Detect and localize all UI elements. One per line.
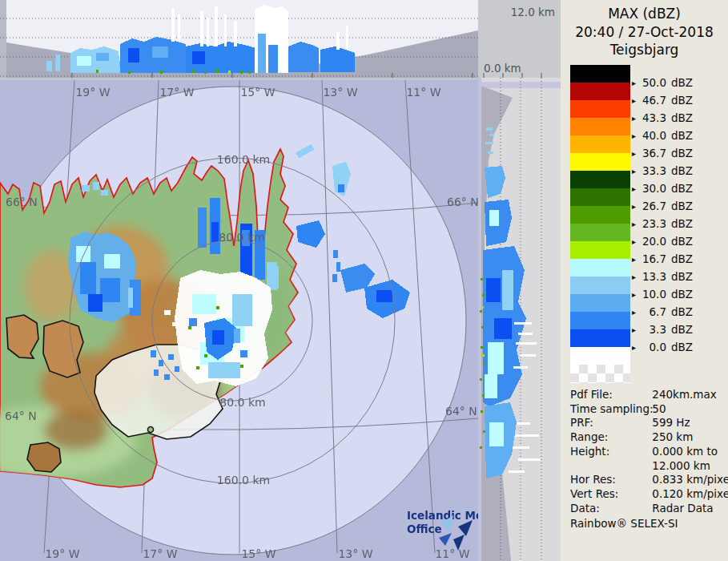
radar-map-panel: 19° W 17° W 15° W 13° W 11° W 19° W 17° …	[0, 78, 478, 561]
metadata-value: 599 Hz	[652, 416, 690, 429]
profile-axis-corner: 12.0 km 0.0 km	[478, 0, 561, 78]
level-value: 50.0	[640, 76, 666, 89]
level-value: 30.0	[640, 182, 666, 195]
imo-logo-text-1: Icelandic Met	[407, 509, 478, 522]
scale-label-row: ▸ 40.0 dBZ	[632, 127, 693, 144]
metadata-row: 12.000 km	[570, 459, 726, 474]
level-arrow-icon: ▸	[632, 308, 640, 317]
legend-panel: MAX (dBZ) 20:40 / 27-Oct-2018 Teigsbjarg	[561, 0, 728, 561]
metadata-value: 240km.max	[652, 388, 716, 401]
scale-label-row: ▸ 33.3 dBZ	[632, 162, 693, 180]
lat-label-right: 66° N	[447, 196, 478, 208]
level-value: 36.7	[640, 147, 666, 159]
metadata-label: Hor Res:	[570, 473, 649, 487]
level-arrow-icon: ▸	[632, 290, 640, 299]
level-value: 43.3	[640, 111, 666, 124]
level-unit: dBZ	[671, 217, 693, 230]
level-value: 20.0	[640, 235, 666, 248]
level-value: 40.0	[640, 129, 666, 142]
level-value: 16.7	[640, 252, 666, 265]
level-arrow-icon: ▸	[632, 79, 640, 87]
level-unit: dBZ	[671, 76, 693, 89]
lat-label-left: 64° N	[5, 410, 37, 422]
level-arrow-icon: ▸	[632, 96, 640, 105]
metadata-label: Time sampling:	[570, 402, 649, 417]
metadata-row: Data: Radar Data	[570, 502, 726, 516]
lon-label-bottom: 13° W	[338, 547, 372, 560]
color-band	[570, 100, 630, 118]
level-arrow-icon: ▸	[632, 202, 640, 211]
island-vestmannaeyjar	[148, 427, 154, 433]
level-value: 46.7	[640, 94, 666, 107]
level-arrow-icon: ▸	[632, 184, 640, 193]
product-datetime: 20:40 / 27-Oct-2018	[561, 23, 728, 42]
lon-label-top: 19° W	[75, 86, 110, 99]
radar-map-graphic: 19° W 17° W 15° W 13° W 11° W 19° W 17° …	[0, 78, 478, 561]
color-band	[570, 65, 630, 83]
imo-logo-text-2: Office	[407, 523, 442, 535]
color-band	[570, 83, 630, 100]
scale-label-row: ▸ 30.0 dBZ	[632, 180, 693, 197]
level-unit: dBZ	[671, 129, 693, 142]
level-value: 3.3	[640, 323, 666, 336]
level-unit: dBZ	[671, 182, 693, 195]
metadata-value: 0.120 km/pixel	[652, 487, 728, 500]
color-band	[570, 329, 630, 347]
level-arrow-icon: ▸	[632, 255, 640, 264]
level-value: 13.3	[640, 270, 666, 283]
scale-label-row: ▸ 10.0 dBZ	[632, 285, 693, 303]
metadata-row: Time sampling: 50	[570, 402, 726, 417]
metadata-row: Vert Res: 0.120 km/pixel	[570, 487, 726, 502]
level-value: 0.0	[640, 341, 666, 353]
lat-label-left: 66° N	[6, 196, 38, 208]
color-band	[570, 206, 630, 224]
color-band	[570, 118, 630, 135]
color-band	[570, 347, 630, 365]
ring-label-80-top: 80.0 km	[219, 231, 264, 244]
color-scale-labels: ▸ 50.0 dBZ ▸ 46.7 dBZ ▸ 43.3 dBZ ▸	[632, 74, 693, 356]
station-name: Teigsbjarg	[561, 41, 728, 59]
metadata-row: Pdf File: 240km.max	[570, 388, 726, 402]
level-unit: dBZ	[671, 164, 693, 177]
profile-left-margin	[0, 0, 6, 78]
product-title: MAX (dBZ)	[561, 5, 728, 23]
color-band	[570, 312, 630, 329]
metadata-row: Range: 250 km	[570, 430, 726, 445]
lon-label-top: 15° W	[240, 86, 275, 99]
metadata-value: 50	[652, 402, 666, 415]
color-band	[570, 259, 630, 276]
legend-header: MAX (dBZ) 20:40 / 27-Oct-2018 Teigsbjarg	[561, 5, 728, 59]
side-profile-panel	[478, 78, 561, 561]
level-unit: dBZ	[671, 147, 693, 159]
scale-label-row: ▸ 50.0 dBZ	[632, 74, 693, 91]
metadata-label: Pdf File:	[570, 388, 649, 402]
color-scale-bar	[570, 65, 630, 365]
scale-label-row: ▸ 46.7 dBZ	[632, 91, 693, 109]
level-arrow-icon: ▸	[632, 220, 640, 228]
level-arrow-icon: ▸	[632, 237, 640, 246]
scale-label-row: ▸ 23.3 dBZ	[632, 215, 693, 232]
ring-label-160-bottom: 160.0 km	[217, 474, 270, 486]
level-unit: dBZ	[671, 235, 693, 248]
level-unit: dBZ	[671, 200, 693, 212]
level-value: 33.3	[640, 164, 666, 177]
lon-label-bottom: 17° W	[143, 547, 177, 560]
scale-label-row: ▸ 0.0 dBZ	[632, 338, 693, 356]
level-unit: dBZ	[671, 111, 693, 124]
color-band	[570, 153, 630, 171]
level-unit: dBZ	[671, 94, 693, 107]
ring-label-80-bottom: 80.0 km	[219, 396, 265, 409]
level-value: 23.3	[640, 217, 666, 230]
level-arrow-icon: ▸	[632, 272, 640, 281]
scale-label-row: ▸ 26.7 dBZ	[632, 197, 693, 215]
scale-label-row: ▸ 20.0 dBZ	[632, 232, 693, 250]
software-credit: Rainbow® SELEX-SI	[570, 517, 678, 531]
lon-label-top: 17° W	[159, 86, 194, 99]
level-unit: dBZ	[671, 323, 693, 336]
metadata-row: Height: 0.000 km to	[570, 445, 726, 459]
scale-label-row: ▸ 13.3 dBZ	[632, 268, 693, 285]
side-profile-graphic	[478, 78, 561, 561]
metadata-label: Data:	[570, 502, 649, 516]
scale-label-row: ▸ 36.7 dBZ	[632, 144, 693, 162]
level-arrow-icon: ▸	[632, 325, 640, 334]
